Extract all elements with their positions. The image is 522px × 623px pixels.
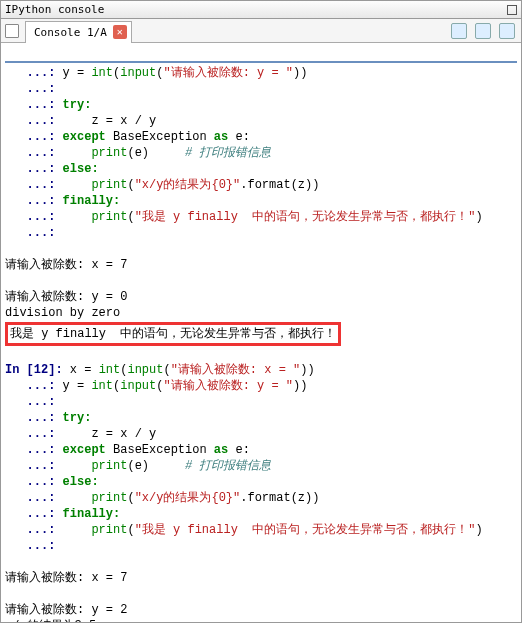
code-str: "请输入被除数: x = " [171,363,301,377]
tab-bar: Console 1/A ✕ [1,19,521,43]
kw-try: try: [63,98,92,112]
code-comment: # 打印报错信息 [185,459,271,473]
toolbar-icon-1[interactable] [451,23,467,39]
code-str: "我是 y finally 中的语句，无论发生异常与否，都执行！" [135,523,476,537]
code-str: "x/y的结果为{0}" [135,178,241,192]
kw-finally: finally: [63,507,121,521]
kw-else: else: [63,162,99,176]
code-str: "请输入被除数: y = " [163,379,293,393]
in-number: 12 [34,363,48,377]
panel-menu-icon[interactable] [5,24,19,38]
restore-icon[interactable] [507,5,517,15]
console-output[interactable]: ...: y = int(input("请输入被除数: y = ")) ...:… [1,43,521,622]
code-line: .format(z)) [240,178,319,192]
code-line: z = x / y [91,114,156,128]
code-str: "x/y的结果为{0}" [135,491,241,505]
output-line: 请输入被除数: y = 2 [5,603,127,617]
output-line: 请输入被除数: y = 0 [5,290,127,304]
output-result: x/y的结果为3.5 [5,619,96,622]
divider [5,61,517,63]
code-line: .format(z)) [240,491,319,505]
code-str: "我是 y finally 中的语句，无论发生异常与否，都执行！" [135,210,476,224]
output-line: 请输入被除数: x = 7 [5,571,127,585]
output-line: 请输入被除数: x = 7 [5,258,127,272]
console-tab[interactable]: Console 1/A ✕ [25,21,132,43]
kw-finally: finally: [63,194,121,208]
kw-else: else: [63,475,99,489]
output-error: division by zero [5,306,120,320]
kw-try: try: [63,411,92,425]
toolbar-right [451,23,517,39]
toolbar-icon-3[interactable] [499,23,515,39]
output-finally: 我是 y finally 中的语句，无论发生异常与否，都执行！ [10,327,336,341]
code-line: z = x / y [91,427,156,441]
highlight-box: 我是 y finally 中的语句，无论发生异常与否，都执行！ [5,322,341,346]
close-icon[interactable]: ✕ [113,25,127,39]
title-bar-icons [507,5,517,15]
toolbar-icon-2[interactable] [475,23,491,39]
code-line: ) [475,523,482,537]
code-str: "请输入被除数: y = " [163,66,293,80]
code-comment: # 打印报错信息 [185,146,271,160]
code-line: ) [475,210,482,224]
tab-label: Console 1/A [34,26,107,39]
window-title: IPython console [5,3,104,16]
title-bar: IPython console [1,1,521,19]
